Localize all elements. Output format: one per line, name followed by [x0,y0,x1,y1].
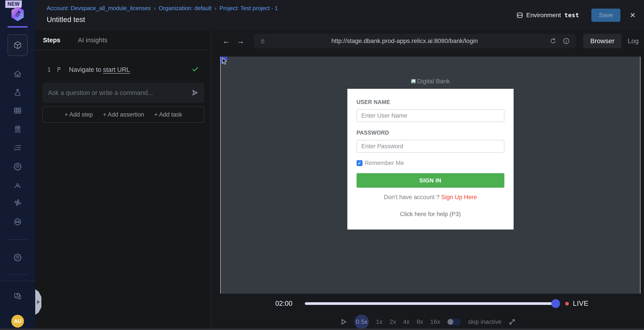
save-button[interactable]: Save [591,8,620,22]
help-link[interactable]: Click here for help (P3) [356,211,504,218]
start-url-link[interactable]: start URL [103,66,130,73]
breadcrumb-separator: › [151,5,159,11]
browser-viewport-wrap: Digital Bank USER NAME PASSWORD ✓ Rememb… [212,51,644,294]
play-button[interactable] [340,318,347,326]
user-search-icon [13,181,22,190]
browser-panel: ← → http://stage.dbank.prod-apps.relicx.… [212,30,644,330]
browser-viewport[interactable]: Digital Bank USER NAME PASSWORD ✓ Rememb… [220,56,640,294]
environment-value: test [564,12,579,18]
breadcrumb-organization[interactable]: Organization: default [159,5,212,12]
app-logo[interactable] [11,6,24,21]
add-task-button[interactable]: + Add task [154,111,182,118]
close-icon[interactable]: ✕ [630,12,636,19]
sidebar-item-integrations[interactable] [13,198,22,208]
fullscreen-button[interactable] [508,318,516,325]
info-icon[interactable] [562,37,570,45]
site-logo-alt-text: Digital Bank [417,78,450,85]
url-text[interactable]: http://stage.dbank.prod-apps.relicx.ai:8… [266,38,544,44]
live-label: LIVE [573,300,588,308]
timeline-track[interactable] [305,302,556,305]
tab-log[interactable]: Log [622,34,640,48]
sidebar-item-tests-lab[interactable] [13,88,22,97]
list-icon [13,143,22,152]
step-number: 1 [47,66,56,73]
chat-question-icon [13,292,22,301]
home-icon [13,70,22,78]
top-bar: Account: Devspace_all_module_licenses›Or… [35,0,644,30]
username-label: USER NAME [356,99,390,105]
flag-icon [56,66,63,73]
breadcrumb-account[interactable]: Account: Devspace_all_module_licenses [47,5,151,12]
test-tubes-icon [13,125,22,134]
remember-me-checkbox[interactable]: ✓ [356,160,362,166]
sign-in-button[interactable]: SIGN IN [356,173,504,188]
toggle-knob [448,319,453,325]
unlocked-padlock-icon [260,38,266,44]
breadcrumb-project[interactable]: Project: Test project - 1 [220,5,278,12]
new-badge: NEW [5,0,22,8]
tab-steps[interactable]: Steps [43,36,60,44]
bottom-edge-strip [0,328,644,330]
speed-4x[interactable]: 4x [403,318,410,325]
check-icon [192,66,199,73]
steps-panel-tabs: Steps AI insights [35,30,211,50]
speed-1x[interactable]: 1x [376,318,382,325]
sidebar-item-links[interactable] [13,217,22,227]
remember-me-label: Remember Me [365,160,404,166]
site-logo: Digital Bank [221,78,640,85]
tab-browser[interactable]: Browser [583,34,622,48]
flask-icon [13,88,22,97]
timeline-scrubber-knob[interactable] [551,299,560,308]
environment-disk-icon [516,12,523,19]
tab-ai-insights[interactable]: AI insights [78,36,108,44]
live-dot [565,302,569,306]
environment-selector[interactable]: Environment test [516,12,579,19]
expand-icon [508,318,516,325]
content-row: Steps AI insights 1 Navigate to start UR… [35,30,644,330]
command-input[interactable] [48,89,191,96]
gear-icon [13,253,22,262]
session-timeline: 02:00 LIVE [212,294,644,314]
remember-me-row: ✓ Remember Me [356,160,504,166]
chevron-right-icon [37,300,40,304]
speed-16x[interactable]: 16x [430,318,440,325]
sidebar-item-admin-settings[interactable] [13,252,22,262]
sidebar-divider [8,274,27,275]
sidebar-item-home[interactable] [13,69,22,79]
username-field[interactable] [356,109,504,122]
cube-icon [13,40,22,50]
sidebar-item-suites-grid[interactable] [13,106,22,116]
back-arrow-icon[interactable]: ← [219,36,234,46]
slack-icon [13,198,22,207]
sidebar-item-settings[interactable] [13,162,22,171]
topbar-actions: Environment test Save ✕ [516,0,636,30]
sign-up-link[interactable]: Sign Up Here [441,194,477,200]
command-box [42,82,204,103]
sidebar-item-explore[interactable] [13,181,22,190]
url-bar[interactable]: http://stage.dbank.prod-apps.relicx.ai:8… [254,34,576,48]
sidebar-item-checklist[interactable] [13,143,22,152]
forward-arrow-icon[interactable]: → [234,36,248,46]
speed-0-5x[interactable]: 0.5x [354,314,369,329]
step-row-1[interactable]: 1 Navigate to start URL [35,63,211,76]
step-actions: + Add step + Add assertion + Add task [42,106,204,123]
password-label: PASSWORD [356,130,504,136]
play-icon [340,318,347,326]
help-chat-button[interactable] [13,292,22,301]
sidebar-item-tests-active[interactable] [8,34,28,56]
speed-2x[interactable]: 2x [390,318,396,325]
password-field[interactable] [356,140,504,153]
skip-inactive-toggle[interactable] [447,318,461,325]
sidebar-item-runs[interactable] [13,124,22,134]
browser-toolbar: ← → http://stage.dbank.prod-apps.relicx.… [212,30,644,51]
speed-8x[interactable]: 8x [417,318,423,325]
app-window: NEW [0,0,644,330]
sidebar: NEW [0,0,35,330]
refresh-icon[interactable] [549,37,557,45]
send-icon[interactable] [191,89,199,96]
add-step-button[interactable]: + Add step [64,111,93,118]
main-column: Account: Devspace_all_module_licenses›Or… [35,0,644,330]
add-assertion-button[interactable]: + Add assertion [103,111,144,118]
avatar[interactable]: AU [11,315,24,328]
step-success-check [192,66,199,74]
